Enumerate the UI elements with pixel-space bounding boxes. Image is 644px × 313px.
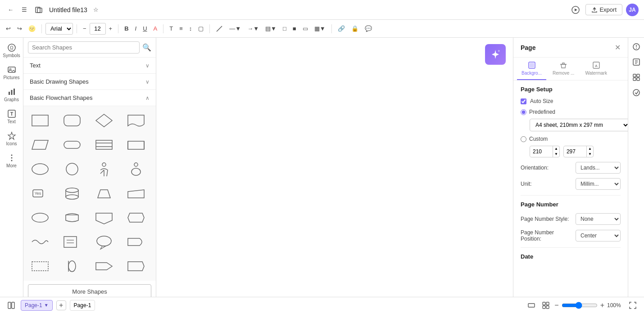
shape-actor[interactable] <box>122 157 150 181</box>
fill-color-button[interactable]: ■ <box>290 24 299 33</box>
sidebar-item-more[interactable]: More <box>2 151 22 171</box>
fullscreen-button[interactable] <box>627 300 639 310</box>
width-up[interactable]: ▲ <box>553 146 559 152</box>
unit-select[interactable]: Millim... <box>576 178 621 190</box>
connector-button[interactable] <box>213 24 225 34</box>
basic-flowchart-section-header[interactable]: Basic Flowchart Shapes ∧ <box>23 90 156 106</box>
shape-partial3[interactable] <box>90 255 118 278</box>
tab-remove[interactable]: Remove ... <box>548 58 579 80</box>
orientation-select[interactable]: Lands... <box>576 162 621 174</box>
redo-button[interactable]: ↪ <box>15 24 24 33</box>
shape-partial1[interactable] <box>26 255 54 278</box>
height-input[interactable]: 297 <box>564 147 586 156</box>
sparkle-button[interactable] <box>485 44 506 65</box>
height-down[interactable]: ▼ <box>586 152 593 157</box>
predefined-select[interactable]: A4 sheet, 210mm x 297 mm <box>530 119 628 131</box>
line-end-button[interactable]: →▼ <box>245 24 261 33</box>
tab-watermark[interactable]: A Watermark <box>581 58 612 80</box>
shape-cylinder[interactable] <box>122 133 150 156</box>
shape-off-page[interactable] <box>90 206 118 229</box>
shape-partial2[interactable] <box>58 255 86 278</box>
sidebar-item-pictures[interactable]: Pictures <box>2 63 22 83</box>
shape-trapezoid[interactable] <box>90 182 118 205</box>
shape-partial4[interactable] <box>122 255 150 278</box>
pages-button[interactable] <box>33 5 45 14</box>
page-number-position-select[interactable]: Center <box>576 230 621 241</box>
page-number-style-select[interactable]: None <box>576 213 621 225</box>
search-button[interactable]: 🔍 <box>142 43 151 52</box>
text-wrap-button[interactable]: ▢ <box>196 24 206 33</box>
tab-background[interactable]: Backgro... <box>517 58 546 80</box>
shape-manual-input[interactable] <box>122 182 150 205</box>
view-mode-button[interactable] <box>540 300 552 310</box>
italic-button[interactable]: I <box>133 24 139 33</box>
shape-data-store[interactable] <box>58 206 86 229</box>
shapes-scroll[interactable]: Text ∨ Basic Drawing Shapes ∨ Basic Flow… <box>23 58 156 297</box>
shape-delay-arrow[interactable] <box>122 230 150 254</box>
shape-note[interactable] <box>58 230 86 254</box>
increase-font-size[interactable]: + <box>107 24 115 33</box>
layout-toggle[interactable] <box>5 300 17 310</box>
play-button[interactable] <box>569 4 582 15</box>
zoom-out-button[interactable]: − <box>554 301 558 309</box>
shape-oval[interactable] <box>26 206 54 229</box>
favorite-button[interactable]: ☆ <box>91 5 101 14</box>
shape-decision-yes[interactable]: Yes <box>26 182 54 205</box>
font-size-input[interactable] <box>90 23 106 35</box>
right-panel-btn-2[interactable] <box>630 56 643 68</box>
font-select[interactable]: Arial <box>45 23 73 35</box>
shape-circle[interactable] <box>58 157 86 181</box>
shape-internal-storage[interactable] <box>122 206 150 229</box>
more-shapes-button[interactable]: More Shapes <box>28 284 151 297</box>
search-input[interactable] <box>28 41 140 54</box>
shape-rectangle[interactable] <box>26 109 54 132</box>
sidebar-item-text[interactable]: T Text <box>2 107 22 127</box>
shape-data-tape[interactable] <box>90 133 118 156</box>
paint-format-button[interactable]: 🌝 <box>26 24 38 33</box>
predefined-radio[interactable] <box>521 109 526 115</box>
panel-close-button[interactable]: ✕ <box>615 43 621 52</box>
fit-page-button[interactable] <box>526 300 537 310</box>
line-style-button[interactable]: —▼ <box>227 24 243 33</box>
comment-button[interactable]: 💬 <box>363 24 374 33</box>
back-button[interactable]: ← <box>5 5 16 14</box>
bold-button[interactable]: B <box>122 24 131 33</box>
custom-radio[interactable] <box>521 136 526 142</box>
zoom-in-button[interactable]: + <box>600 301 604 309</box>
right-panel-btn-3[interactable] <box>630 71 643 84</box>
line-spacing-button[interactable]: ↕ <box>187 24 195 33</box>
decrease-font-size[interactable]: − <box>81 24 89 33</box>
sidebar-item-symbols[interactable]: Ω Symbols <box>2 40 22 61</box>
auto-size-checkbox[interactable] <box>521 98 526 104</box>
shape-stadium[interactable] <box>58 133 86 156</box>
shadow-button[interactable]: ▭ <box>300 24 310 33</box>
width-input[interactable]: 210 <box>530 147 553 156</box>
zoom-slider[interactable] <box>562 302 598 309</box>
menu-button[interactable]: ☰ <box>19 5 29 14</box>
text-color-button[interactable]: A <box>151 24 160 33</box>
sidebar-item-icons[interactable]: Icons <box>2 129 22 149</box>
shape-rounded-rect[interactable] <box>58 109 86 132</box>
align-button[interactable]: ≡ <box>177 24 185 33</box>
text-format-button[interactable]: T <box>167 24 175 33</box>
insert-link-button[interactable]: 🔗 <box>336 24 347 33</box>
page-tab-1[interactable]: Page-1 ▼ <box>21 300 53 311</box>
shape-callout-oval[interactable] <box>90 230 118 254</box>
right-panel-btn-4[interactable] <box>630 86 643 99</box>
export-button[interactable]: Export <box>585 4 622 15</box>
shape-document[interactable] <box>122 109 150 132</box>
page-tab-2[interactable]: Page-1 <box>70 300 95 311</box>
canvas-area[interactable] <box>156 38 513 297</box>
shape-ellipse[interactable] <box>26 157 54 181</box>
add-page-button[interactable]: + <box>56 300 66 310</box>
sidebar-item-graphs[interactable]: Graphs <box>2 85 22 105</box>
border-style-button[interactable]: ▤▼ <box>263 24 279 33</box>
shape-drum[interactable] <box>58 182 86 205</box>
shape-diamond[interactable] <box>90 109 118 132</box>
width-down[interactable]: ▼ <box>553 152 559 157</box>
underline-button[interactable]: U <box>141 24 149 33</box>
text-section-header[interactable]: Text ∨ <box>23 58 156 74</box>
right-panel-btn-1[interactable] <box>630 40 643 53</box>
shape-wavy[interactable] <box>26 230 54 254</box>
shape-border-button[interactable]: □ <box>281 24 289 33</box>
